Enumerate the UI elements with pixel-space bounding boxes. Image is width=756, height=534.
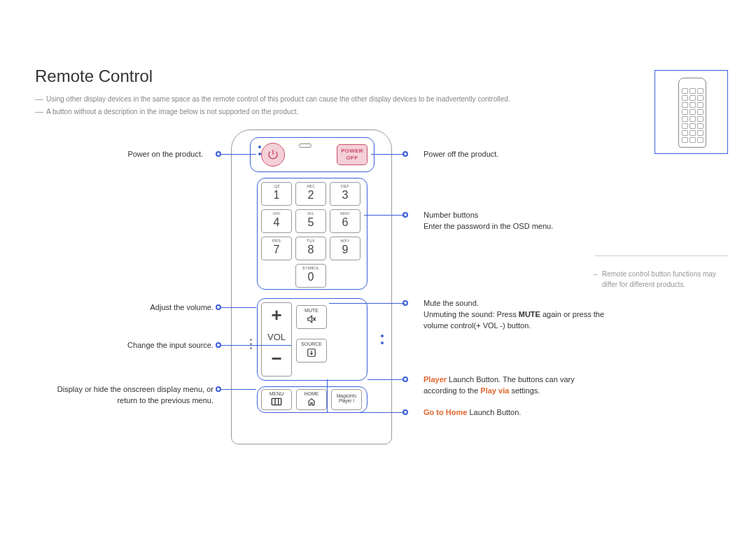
number-7-button: PRS7 bbox=[261, 237, 292, 260]
number-5-button: JKL5 bbox=[295, 209, 326, 233]
callout-power-off: Power off the product. bbox=[424, 149, 606, 160]
mute-icon bbox=[297, 314, 326, 325]
number-2-button: ABC2 bbox=[295, 182, 326, 206]
home-button: HOME bbox=[296, 389, 327, 410]
magicinfo-button: MagicInfo Player I bbox=[331, 389, 362, 410]
power-on-button bbox=[261, 143, 285, 167]
number-4-button: GHI4 bbox=[261, 209, 292, 233]
menu-button: MENU bbox=[261, 389, 292, 410]
remote-diagram: POWEROFF .QZ1ABC2DEF3GHI4JKL5MNO6PRS7TUV… bbox=[231, 129, 392, 444]
remote-thumbnail bbox=[654, 70, 728, 154]
disclaimer-1: Using other display devices in the same … bbox=[35, 94, 721, 104]
callout-home: Go to Home Launch Button. bbox=[424, 407, 606, 419]
callout-menu: Display or hide the onscreen display men… bbox=[21, 384, 214, 407]
volume-rocker: + VOL − bbox=[261, 302, 292, 377]
callout-numbers: Number buttonsEnter the password in the … bbox=[424, 210, 606, 232]
mute-button: MUTE bbox=[296, 305, 327, 329]
home-icon bbox=[297, 398, 326, 408]
svg-rect-1 bbox=[272, 398, 281, 405]
side-note: Remote control button functions may diff… bbox=[595, 255, 728, 290]
callout-power-on: Power on the product. bbox=[35, 149, 203, 160]
ir-window-icon bbox=[299, 143, 312, 148]
callout-mute: Mute the sound. Unmuting the sound: Pres… bbox=[424, 298, 606, 332]
source-icon bbox=[297, 348, 326, 359]
number-3-button: DEF3 bbox=[330, 182, 360, 206]
menu-icon bbox=[262, 398, 291, 407]
disclaimer-2: A button without a description in the im… bbox=[35, 107, 721, 117]
source-button: SOURCE bbox=[296, 339, 327, 363]
number-6-button: MNO6 bbox=[330, 209, 360, 233]
minus-icon: − bbox=[262, 348, 291, 372]
callout-source: Change the input source. bbox=[35, 340, 214, 351]
callout-volume: Adjust the volume. bbox=[35, 302, 214, 314]
power-off-button: POWEROFF bbox=[337, 144, 368, 165]
callout-player: Player Launch Button. The buttons can va… bbox=[424, 374, 606, 397]
plus-icon: + bbox=[262, 303, 291, 327]
number-0-button: SYMBOL0 bbox=[295, 264, 326, 288]
number-8-button: TUV8 bbox=[295, 237, 326, 260]
number-1-button: .QZ1 bbox=[261, 182, 292, 206]
number-keypad: .QZ1ABC2DEF3GHI4JKL5MNO6PRS7TUV8WXY9SYMB… bbox=[261, 182, 360, 288]
power-icon bbox=[267, 148, 279, 161]
page-title: Remote Control bbox=[35, 66, 721, 86]
number-9-button: WXY9 bbox=[330, 237, 360, 260]
